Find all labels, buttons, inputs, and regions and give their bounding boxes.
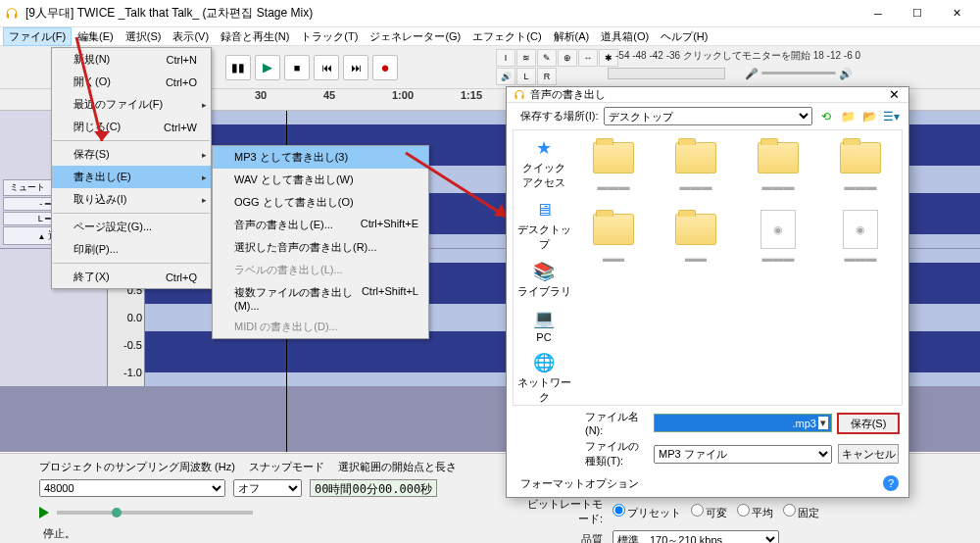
- file-item[interactable]: ◉▬▬▬: [825, 210, 896, 264]
- export-mp3[interactable]: MP3 として書き出し(3): [213, 146, 428, 169]
- snap-select[interactable]: オフ: [233, 479, 302, 497]
- menu-import[interactable]: 取り込み(I): [52, 188, 211, 211]
- save-button[interactable]: 保存(S): [838, 414, 899, 433]
- recording-slider[interactable]: 🎤🔊: [745, 68, 853, 79]
- menu-select[interactable]: 選択(S): [120, 27, 168, 46]
- menu-page-setup[interactable]: ページ設定(G)...: [52, 216, 211, 238]
- folder-item[interactable]: ▬▬▬: [578, 138, 649, 192]
- transport-controls: ▮▮ ▶ ■ ⏮ ⏭ ●: [225, 55, 398, 80]
- sidebar-pc[interactable]: 💻PC: [515, 307, 572, 343]
- tool-l[interactable]: L: [516, 68, 536, 85]
- folder-item[interactable]: ▬▬▬: [743, 138, 813, 192]
- up-icon[interactable]: 📁: [840, 109, 856, 124]
- export-wav[interactable]: WAV として書き出し(W): [213, 169, 428, 191]
- menu-analyze[interactable]: 解析(A): [548, 27, 596, 46]
- sidebar-quick-access[interactable]: ★クイック アクセス: [515, 136, 572, 190]
- play-at-speed-button[interactable]: [39, 507, 49, 518]
- close-button[interactable]: ✕: [937, 0, 976, 27]
- export-ogg[interactable]: OGG として書き出し(O): [213, 191, 428, 214]
- export-multiple[interactable]: 複数ファイルの書き出し(M)...Ctrl+Shift+L: [213, 281, 428, 316]
- export-dialog: 音声の書き出し ✕ 保存する場所(I): デスクトップ ⟲ 📁 📂 ☰▾ ★クイ…: [506, 86, 909, 498]
- mic-icon: 🎤: [745, 68, 759, 80]
- menu-export[interactable]: 書き出し(E): [52, 166, 211, 188]
- skip-end-button[interactable]: ⏭: [343, 55, 368, 80]
- maximize-button[interactable]: ☐: [898, 0, 937, 27]
- app-icon: [4, 6, 20, 22]
- radio-average[interactable]: 平均: [737, 504, 773, 520]
- db-meter-label: -54 -48 -42 -36 クリックしてモニターを開始 18 -12 -6 …: [615, 49, 860, 63]
- playback-meter[interactable]: [608, 68, 725, 79]
- back-icon[interactable]: ⟲: [818, 109, 834, 124]
- menu-print[interactable]: 印刷(P)...: [52, 238, 211, 261]
- folder-item[interactable]: ▬▬▬: [825, 138, 896, 192]
- filetype-select[interactable]: MP3 ファイル: [654, 445, 832, 464]
- radio-variable[interactable]: 可変: [691, 504, 727, 520]
- menu-generate[interactable]: ジェネレーター(G): [364, 27, 466, 46]
- new-folder-icon[interactable]: 📂: [861, 109, 877, 124]
- sidebar-library[interactable]: 📚ライブラリ: [515, 260, 572, 299]
- tool-envelope[interactable]: ≋: [516, 49, 536, 67]
- menu-exit[interactable]: 終了(X)Ctrl+Q: [52, 266, 211, 288]
- export-audio[interactable]: 音声の書き出し(E)...Ctrl+Shift+E: [213, 214, 428, 236]
- tool-select[interactable]: I: [496, 49, 515, 67]
- cancel-button[interactable]: キャンセル: [838, 444, 899, 464]
- snap-label: スナップモード: [249, 460, 324, 474]
- dialog-fields: ファイル名(N): .mp3▾ 保存(S) ファイルの種類(T): MP3 ファ…: [507, 406, 908, 470]
- mute-button[interactable]: ミュート: [3, 179, 53, 196]
- menubar: ファイル(F) 編集(E) 選択(S) 表示(V) 録音と再生(N) トラック(…: [0, 27, 980, 46]
- export-labels[interactable]: ラベルの書き出し(L)...: [213, 259, 428, 281]
- menu-save[interactable]: 保存(S): [52, 143, 211, 166]
- menu-effect[interactable]: エフェクト(C): [466, 27, 547, 46]
- file-item[interactable]: ◉▬▬▬: [743, 210, 813, 264]
- selection-label: 選択範囲の開始点と長さ: [338, 460, 457, 474]
- tool-speaker[interactable]: 🔊: [496, 68, 515, 85]
- dialog-titlebar: 音声の書き出し ✕: [507, 87, 908, 103]
- minimize-button[interactable]: ─: [858, 0, 898, 27]
- record-button[interactable]: ●: [372, 55, 398, 80]
- menu-tracks[interactable]: トラック(T): [295, 27, 364, 46]
- tool-timeshift[interactable]: ↔: [578, 49, 598, 67]
- tool-zoom[interactable]: ⊕: [558, 49, 577, 67]
- menu-view[interactable]: 表示(V): [167, 27, 215, 46]
- view-menu-icon[interactable]: ☰▾: [883, 109, 899, 124]
- folder-item[interactable]: ▬▬: [578, 210, 649, 264]
- quality-select[interactable]: 標準、170～210 kbps: [612, 530, 779, 543]
- play-button[interactable]: ▶: [255, 55, 280, 80]
- menu-close[interactable]: 閉じる(C)Ctrl+W: [52, 116, 211, 138]
- dialog-body: ★クイック アクセス 🖥デスクトップ 📚ライブラリ 💻PC 🌐ネットワーク ▬▬…: [513, 129, 903, 406]
- location-select[interactable]: デスクトップ: [604, 107, 812, 125]
- playback-speed-slider[interactable]: [57, 511, 253, 515]
- export-midi[interactable]: MIDI の書き出し(D)...: [213, 316, 428, 338]
- menu-file[interactable]: ファイル(F): [3, 27, 72, 46]
- stop-button[interactable]: ■: [284, 55, 310, 80]
- sample-rate-select[interactable]: 48000: [39, 479, 225, 497]
- filename-input[interactable]: .mp3▾: [654, 414, 832, 432]
- sidebar-desktop[interactable]: 🖥デスクトップ: [515, 198, 572, 252]
- folder-item[interactable]: ▬▬: [661, 210, 731, 264]
- window-title: [9人무대] TWICE _Talk that Talk_ (교차편집 Stag…: [25, 5, 858, 22]
- format-options: フォーマットオプション ビットレートモード: プリセット 可変 平均 固定 品質…: [507, 470, 908, 543]
- folder-item[interactable]: ▬▬▬: [661, 138, 731, 192]
- tool-r[interactable]: R: [537, 68, 557, 85]
- radio-preset[interactable]: プリセット: [612, 504, 681, 520]
- location-label: 保存する場所(I):: [520, 109, 598, 123]
- radio-constant[interactable]: 固定: [783, 504, 819, 520]
- time-display[interactable]: 00時間00分00.000秒: [310, 479, 437, 497]
- titlebar: [9人무대] TWICE _Talk that Talk_ (교차편집 Stag…: [0, 0, 980, 27]
- menu-help[interactable]: ヘルプ(H): [655, 27, 713, 46]
- sidebar-network[interactable]: 🌐ネットワーク: [515, 351, 572, 405]
- menu-open[interactable]: 開く(O)Ctrl+O: [52, 71, 211, 93]
- help-button[interactable]: ?: [883, 475, 899, 491]
- menu-recent[interactable]: 最近のファイル(F): [52, 93, 211, 116]
- export-selected[interactable]: 選択した音声の書き出し(R)...: [213, 236, 428, 259]
- file-browser[interactable]: ▬▬▬ ▬▬▬ ▬▬▬ ▬▬▬ ▬▬ ▬▬ ◉▬▬▬ ◉▬▬▬: [574, 130, 902, 405]
- menu-transport[interactable]: 録音と再生(N): [215, 27, 295, 46]
- menu-new[interactable]: 新規(N)Ctrl+N: [52, 48, 211, 71]
- menu-tools[interactable]: 道具箱(O): [595, 27, 655, 46]
- menu-edit[interactable]: 編集(E): [72, 27, 120, 46]
- dialog-close-button[interactable]: ✕: [885, 87, 903, 102]
- tool-draw[interactable]: ✎: [537, 49, 557, 67]
- pause-button[interactable]: ▮▮: [225, 55, 251, 80]
- dialog-icon: [513, 88, 526, 102]
- skip-start-button[interactable]: ⏮: [314, 55, 339, 80]
